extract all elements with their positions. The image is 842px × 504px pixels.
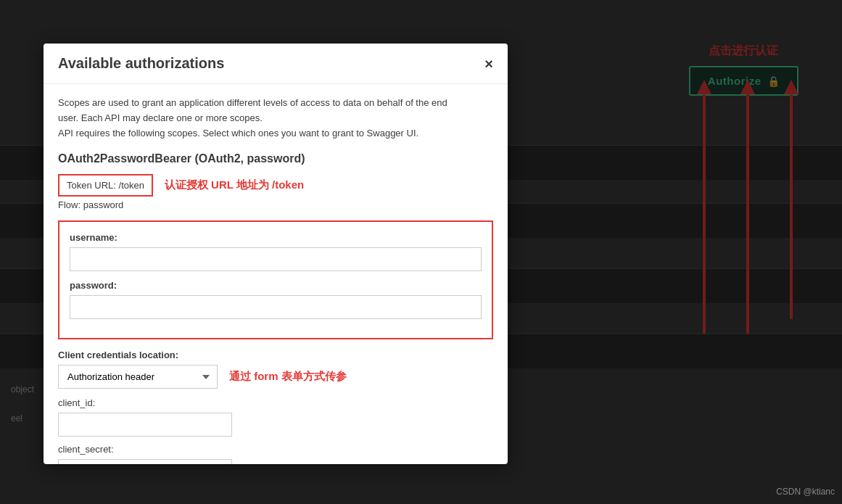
credentials-select[interactable]: Authorization header Request body xyxy=(58,365,218,389)
client-id-label: client_id: xyxy=(58,397,493,408)
modal-header: Available authorizations × xyxy=(44,44,508,84)
username-label: username: xyxy=(70,232,482,243)
watermark: CSDN @ktianc xyxy=(776,487,835,497)
modal-body: Scopes are used to grant an application … xyxy=(44,84,508,464)
modal-dialog: Available authorizations × Scopes are us… xyxy=(44,44,508,464)
form-annotation: 通过 form 表单方式传参 xyxy=(229,370,347,384)
modal-title: Available authorizations xyxy=(58,55,224,72)
client-secret-label: client_secret: xyxy=(58,444,493,455)
credentials-location-label: Client credentials location: xyxy=(58,350,493,360)
password-input[interactable] xyxy=(70,295,482,319)
flow-text: Flow: password xyxy=(58,199,493,210)
client-id-input[interactable] xyxy=(58,413,232,437)
client-id-group: client_id: xyxy=(58,397,493,437)
client-secret-input[interactable] xyxy=(58,459,232,464)
username-input[interactable] xyxy=(70,247,482,271)
credentials-form-section: username: password: xyxy=(58,220,493,339)
password-group: password: xyxy=(70,280,482,319)
username-group: username: xyxy=(70,232,482,271)
modal-close-button[interactable]: × xyxy=(484,57,493,71)
token-url-text: Token URL: /token xyxy=(67,180,144,191)
credentials-row: Authorization header Request body 通过 for… xyxy=(58,365,493,389)
token-url-row: Token URL: /token 认证授权 URL 地址为 /token xyxy=(58,174,493,197)
credentials-location-section: Client credentials location: Authorizati… xyxy=(58,350,493,389)
modal-overlay: Available authorizations × Scopes are us… xyxy=(0,0,842,504)
token-url-box: Token URL: /token xyxy=(58,174,153,197)
client-secret-group: client_secret: xyxy=(58,444,493,464)
modal-description: Scopes are used to grant an application … xyxy=(58,96,493,141)
password-label: password: xyxy=(70,280,482,291)
oauth-section-title: OAuth2PasswordBearer (OAuth2, password) xyxy=(58,152,493,165)
token-url-annotation: 认证授权 URL 地址为 /token xyxy=(165,178,304,192)
